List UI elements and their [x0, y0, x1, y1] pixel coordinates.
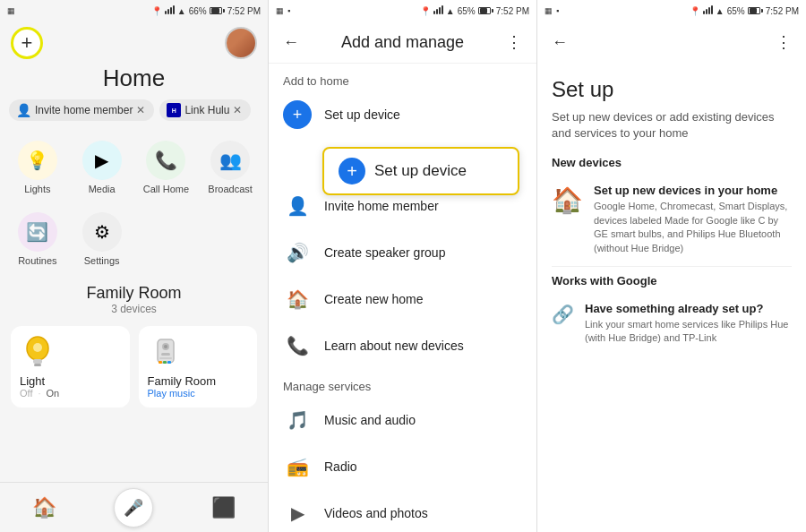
mic-button[interactable]: 🎤 — [114, 488, 153, 528]
mic-icon: 🎤 — [124, 498, 143, 518]
svg-point-3 — [33, 343, 42, 352]
add-manage-title: Add and manage — [341, 33, 464, 52]
chip-close-hulu[interactable]: ✕ — [233, 104, 242, 116]
time-3: 7:52 PM — [766, 6, 799, 16]
nav-rooms[interactable]: ⬛ — [203, 488, 243, 528]
grid-item-settings[interactable]: ⚙ Settings — [72, 205, 133, 273]
radio-item[interactable]: 📻 Radio — [269, 443, 536, 490]
chips-row: 👤 Invite home member ✕ H Link Hulu ✕ — [0, 99, 268, 130]
works-with-body: Have something already set up? Link your… — [585, 302, 792, 346]
rooms-nav-icon: ⬛ — [211, 496, 236, 519]
learn-about-devices-item[interactable]: 📞 Learn about new devices — [269, 322, 536, 369]
create-new-home-item[interactable]: 🏠 Create new home — [269, 276, 536, 322]
new-devices-card-desc: Google Home, Chromecast, Smart Displays,… — [594, 200, 792, 255]
grid-item-routines[interactable]: 🔄 Routines — [7, 205, 68, 273]
new-home-label: Create new home — [324, 292, 424, 306]
videos-icon: ▶ — [283, 499, 312, 528]
music-icon: 🎵 — [283, 406, 312, 434]
svg-rect-1 — [33, 359, 42, 364]
grid-item-lights[interactable]: 💡 Lights — [7, 133, 68, 202]
battery-icon-2 — [478, 7, 493, 14]
chip-hulu-label: Link Hulu — [184, 104, 229, 116]
location-icon-2: 📍 — [420, 6, 431, 16]
home-device-icon: 🏠 — [552, 185, 583, 215]
avatar[interactable] — [225, 27, 257, 59]
videos-photos-item[interactable]: ▶ Videos and photos — [269, 490, 536, 532]
status-right-3: 📍 ▲ 65% 7:52 PM — [690, 5, 799, 16]
app-icon-2: ▦ — [276, 6, 284, 15]
learn-devices-icon: 📞 — [283, 331, 312, 360]
room-name: Family Room — [11, 284, 257, 303]
light-status-off: Off — [20, 388, 32, 399]
works-with-card-title: Have something already set up? — [585, 302, 792, 315]
create-speaker-group-item[interactable]: 🔊 Create speaker group — [269, 229, 536, 276]
grid-item-call-home[interactable]: 📞 Call Home — [136, 133, 197, 202]
grid-item-media[interactable]: ▶ Media — [72, 133, 133, 202]
media-icon: ▶ — [82, 141, 122, 180]
wifi-icon: ▲ — [177, 6, 186, 16]
status-left-1: ▦ — [7, 6, 15, 15]
works-with-google-section: Works with Google 🔗 Have something alrea… — [552, 274, 792, 353]
signal-icon-3 — [703, 5, 713, 16]
new-devices-card: 🏠 Set up new devices in your home Google… — [552, 176, 792, 267]
room-device-count: 3 devices — [11, 303, 257, 315]
light-device-name: Light — [20, 374, 45, 388]
nav-home[interactable]: 🏠 — [25, 488, 64, 528]
device-card-speaker[interactable]: Family Room Play music — [139, 326, 258, 408]
media-label: Media — [89, 184, 116, 194]
home-header: + — [0, 21, 268, 63]
invite-person-icon: 👤 — [283, 192, 312, 220]
svg-rect-2 — [34, 364, 41, 366]
battery-pct-3: 65% — [727, 6, 745, 16]
app-icon-1: ▦ — [7, 6, 15, 15]
music-audio-item[interactable]: 🎵 Music and audio — [269, 397, 536, 443]
routines-icon: 🔄 — [18, 212, 57, 252]
back-button-2[interactable]: ← — [279, 30, 303, 56]
setup-highlight-plus-icon: + — [339, 158, 365, 184]
chip-close-invite[interactable]: ✕ — [136, 104, 145, 116]
setup-main: Set up Set up new devices or add existin… — [537, 63, 806, 360]
setup-device-item[interactable]: + Set up device — [269, 91, 536, 138]
person-icon-chip: 👤 — [16, 103, 31, 117]
panel-add-manage: ▦ ▪ 📍 ▲ 65% 7:52 PM ← Add and manage ⋮ — [269, 0, 537, 532]
back-button-3[interactable]: ← — [548, 30, 571, 56]
device-card-light[interactable]: Light Off · On — [11, 326, 130, 408]
status-bar-1: ▦ 📍 ▲ 66% 7:52 PM — [0, 0, 268, 21]
new-devices-body: Set up new devices in your home Google H… — [594, 184, 792, 255]
invite-member-chip[interactable]: 👤 Invite home member ✕ — [9, 99, 154, 121]
svg-rect-7 — [161, 353, 170, 356]
works-with-google-label: Works with Google — [552, 274, 792, 287]
more-button-2[interactable]: ⋮ — [502, 29, 526, 56]
svg-rect-8 — [159, 357, 172, 359]
play-music-link[interactable]: Play music — [148, 388, 195, 399]
chip-invite-label: Invite home member — [35, 104, 133, 116]
light-bulb-icon — [20, 335, 56, 371]
speaker-device-name: Family Room — [148, 374, 217, 388]
setup-subtitle: Set up new devices or add existing devic… — [552, 109, 792, 142]
speaker-group-label: Create speaker group — [324, 245, 445, 260]
settings-icon: ⚙ — [82, 212, 122, 252]
manage-services-label: Manage services — [269, 369, 536, 397]
learn-devices-label: Learn about new devices — [324, 339, 464, 353]
link-hulu-chip[interactable]: H Link Hulu ✕ — [159, 99, 251, 121]
link-icon: 🔗 — [552, 304, 574, 325]
setup-device-highlight[interactable]: + Set up device — [322, 147, 519, 195]
routines-label: Routines — [18, 255, 56, 266]
more-button-3[interactable]: ⋮ — [772, 29, 795, 56]
signal-icon-2 — [433, 5, 443, 16]
lights-icon: 💡 — [18, 141, 57, 180]
location-icon: 📍 — [151, 6, 162, 16]
grid-item-broadcast[interactable]: 👥 Broadcast — [200, 133, 261, 202]
settings-label: Settings — [84, 255, 120, 266]
setup-device-row-wrapper: + Set up device + Set up device — [269, 91, 536, 138]
setup-device-plus-icon: + — [283, 100, 312, 129]
wifi-icon-2: ▲ — [446, 6, 455, 16]
app-icon-3: ▦ — [544, 6, 553, 15]
svg-rect-9 — [159, 361, 162, 364]
battery-pct-1: 66% — [189, 6, 207, 16]
setup-title: Set up — [552, 77, 792, 102]
add-button[interactable]: + — [11, 27, 43, 59]
light-status-on: On — [47, 388, 60, 399]
add-manage-header: ← Add and manage ⋮ — [269, 21, 536, 64]
setup-header: ← ⋮ — [537, 21, 806, 63]
